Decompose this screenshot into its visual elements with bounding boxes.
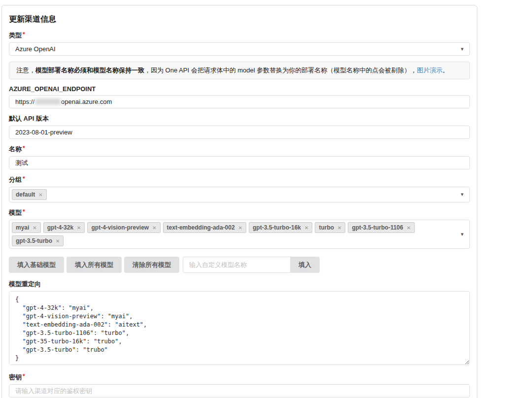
model-mapping-label: 模型重定向 bbox=[9, 280, 470, 289]
chevron-down-icon: ▾ bbox=[461, 45, 464, 52]
key-label: 密钥* bbox=[9, 373, 470, 382]
field-model-mapping: 模型重定向 { "gpt-4-32k": "myai", "gpt-4-visi… bbox=[9, 280, 470, 367]
tag-delete-icon[interactable]: ✕ bbox=[56, 238, 60, 244]
required-asterisk: * bbox=[23, 175, 25, 182]
page-title: 更新渠道信息 bbox=[9, 14, 470, 25]
custom-model-input[interactable] bbox=[183, 257, 290, 273]
tag-delete-icon[interactable]: ✕ bbox=[38, 192, 42, 198]
api-version-label: 默认 API 版本 bbox=[9, 114, 470, 123]
fill-base-models-button[interactable]: 填入基础模型 bbox=[9, 257, 64, 273]
group-multiselect[interactable]: default✕ ▾ bbox=[9, 187, 470, 202]
api-version-input[interactable] bbox=[9, 126, 470, 139]
tag-delete-icon[interactable]: ✕ bbox=[304, 225, 308, 231]
notice-suffix: 。 bbox=[442, 66, 449, 74]
selected-tag[interactable]: gpt-3.5-turbo-1106✕ bbox=[348, 222, 414, 233]
custom-model-group: 填入 bbox=[183, 257, 320, 273]
endpoint-value-prefix: https:// bbox=[15, 98, 34, 105]
field-key: 密钥* bbox=[9, 373, 470, 398]
model-mapping-textarea[interactable]: { "gpt-4-32k": "myai", "gpt-4-vision-pre… bbox=[9, 291, 470, 365]
field-name: 名称* bbox=[9, 145, 470, 169]
tag-label: turbo bbox=[319, 224, 334, 231]
type-select-value: Azure OpenAI bbox=[15, 45, 56, 53]
notice-middle: ，因为 One API 会把请求体中的 model 参数替换为你的部署名称（模型… bbox=[144, 66, 417, 74]
tag-delete-icon[interactable]: ✕ bbox=[77, 225, 81, 231]
name-input[interactable] bbox=[9, 156, 470, 169]
field-type: 类型* Azure OpenAI ▾ bbox=[9, 31, 470, 56]
selected-tag[interactable]: gpt-3.5-turbo-16k✕ bbox=[249, 222, 312, 233]
field-api-version: 默认 API 版本 bbox=[9, 114, 470, 139]
name-label-text: 名称 bbox=[9, 145, 22, 153]
tag-delete-icon[interactable]: ✕ bbox=[406, 225, 410, 231]
tag-delete-icon[interactable]: ✕ bbox=[152, 225, 156, 231]
endpoint-redacted-segment bbox=[35, 99, 61, 105]
selected-tag[interactable]: turbo✕ bbox=[315, 222, 345, 233]
models-label: 模型* bbox=[9, 208, 470, 217]
image-demo-link[interactable]: 图片演示 bbox=[417, 66, 442, 74]
tag-label: gpt-3.5-turbo-16k bbox=[253, 224, 301, 231]
selected-tag[interactable]: myai✕ bbox=[12, 222, 41, 233]
type-label-text: 类型 bbox=[9, 32, 22, 39]
selected-tag[interactable]: gpt-4-vision-preview✕ bbox=[87, 222, 160, 233]
fill-custom-model-button[interactable]: 填入 bbox=[290, 257, 320, 273]
required-asterisk: * bbox=[23, 145, 25, 152]
group-label: 分组* bbox=[9, 175, 470, 184]
models-multiselect[interactable]: myai✕gpt-4-32k✕gpt-4-vision-preview✕text… bbox=[9, 220, 470, 249]
tag-label: gpt-4-vision-preview bbox=[91, 224, 149, 231]
type-label: 类型* bbox=[9, 31, 470, 40]
tag-label: gpt-3.5-turbo-1106 bbox=[352, 224, 403, 231]
endpoint-value-suffix: openai.azure.com bbox=[61, 98, 112, 105]
tag-label: default bbox=[16, 191, 35, 198]
tag-label: myai bbox=[16, 224, 29, 231]
tag-label: gpt-3.5-turbo bbox=[16, 237, 52, 244]
type-select[interactable]: Azure OpenAI ▾ bbox=[9, 42, 470, 56]
required-asterisk: * bbox=[23, 208, 25, 215]
selected-tag[interactable]: gpt-4-32k✕ bbox=[43, 222, 85, 233]
clear-all-models-button[interactable]: 清除所有模型 bbox=[124, 257, 179, 273]
chevron-down-icon: ▾ bbox=[461, 231, 464, 237]
channel-edit-card: 更新渠道信息 类型* Azure OpenAI ▾ 注意，模型部署名称必须和模型… bbox=[1, 5, 477, 398]
required-asterisk: * bbox=[23, 31, 25, 38]
tag-delete-icon[interactable]: ✕ bbox=[33, 225, 36, 231]
tag-label: text-embedding-ada-002 bbox=[167, 224, 235, 231]
selected-tag[interactable]: gpt-3.5-turbo✕ bbox=[12, 235, 64, 246]
tag-delete-icon[interactable]: ✕ bbox=[238, 225, 242, 231]
key-input[interactable] bbox=[9, 384, 470, 398]
tag-label: gpt-4-32k bbox=[47, 224, 73, 231]
required-asterisk: * bbox=[23, 373, 25, 380]
selected-tag[interactable]: default✕ bbox=[12, 189, 47, 200]
notice-bold: 模型部署名称必须和模型名称保持一致 bbox=[35, 66, 144, 74]
selected-tag[interactable]: text-embedding-ada-002✕ bbox=[163, 222, 246, 233]
field-group: 分组* default✕ ▾ bbox=[9, 175, 470, 202]
models-label-text: 模型 bbox=[9, 209, 22, 216]
group-label-text: 分组 bbox=[9, 176, 22, 183]
notice-message: 注意，模型部署名称必须和模型名称保持一致，因为 One API 会把请求体中的 … bbox=[9, 62, 470, 79]
key-label-text: 密钥 bbox=[9, 373, 22, 381]
tag-delete-icon[interactable]: ✕ bbox=[337, 225, 341, 231]
fill-all-models-button[interactable]: 填入所有模型 bbox=[66, 257, 122, 273]
name-label: 名称* bbox=[9, 145, 470, 154]
field-endpoint: AZURE_OPENAI_ENDPOINT https://openai.azu… bbox=[9, 85, 470, 108]
endpoint-input[interactable]: https://openai.azure.com bbox=[9, 95, 470, 108]
model-tools-row: 填入基础模型 填入所有模型 清除所有模型 填入 bbox=[9, 257, 470, 273]
notice-prefix: 注意， bbox=[16, 66, 35, 74]
field-models: 模型* myai✕gpt-4-32k✕gpt-4-vision-preview✕… bbox=[9, 208, 470, 249]
chevron-down-icon: ▾ bbox=[461, 191, 464, 198]
endpoint-label: AZURE_OPENAI_ENDPOINT bbox=[9, 85, 470, 93]
